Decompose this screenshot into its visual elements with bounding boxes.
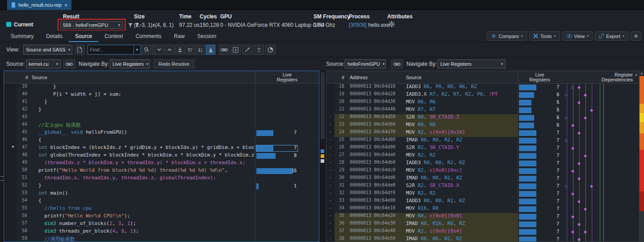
- left-navigate-dropdown[interactable]: Live Registers▾: [110, 59, 150, 68]
- current-checkbox[interactable]: [6, 22, 11, 27]
- collapse-marker-gutter[interactable]: -: [326, 137, 335, 144]
- sort-ascending-button[interactable]: [185, 45, 195, 55]
- collapse-marker-gutter[interactable]: -: [326, 152, 335, 160]
- source-line-47[interactable]: ▶47int blockIndex = (blockIdx.z * gridDi…: [4, 144, 319, 152]
- find-next-button[interactable]: [142, 45, 151, 55]
- tab-raw[interactable]: Raw: [167, 30, 191, 42]
- right-link-button[interactable]: [391, 59, 403, 68]
- line-column-header[interactable]: #: [4, 71, 32, 83]
- source-line-59[interactable]: 59 //调用核函数: [4, 236, 319, 242]
- collapse-marker-gutter[interactable]: -: [326, 129, 335, 137]
- collapse-marker-gutter[interactable]: -: [326, 183, 335, 190]
- source-line-57[interactable]: 57 dim3 number_of_blocks(2, 3, 1);: [4, 221, 319, 228]
- view-button[interactable]: View▾: [562, 31, 593, 41]
- source-line-56[interactable]: 56 printf("Hello World CPU!\n");: [4, 213, 319, 221]
- source-line-45[interactable]: 45__global__ void helloFromGPU()7: [4, 129, 319, 137]
- sort-descending-button[interactable]: [196, 45, 205, 55]
- source-line-41[interactable]: 41 }: [4, 99, 319, 106]
- collapse-marker-gutter[interactable]: [326, 99, 335, 106]
- sass-line-21[interactable]: 2100000013 00c64d40MOV R7, R75: [326, 106, 639, 114]
- source-line-55[interactable]: 55 //hello from cpu: [4, 205, 319, 213]
- report-tab[interactable]: hello_result.ncu-rep ×: [7, 0, 71, 10]
- tools-button[interactable]: Tools▾: [529, 31, 560, 41]
- source-line-49[interactable]: 49 (threadIdx.z * blockDim.y + threadIdx…: [4, 160, 319, 167]
- expand-collapse-toggle[interactable]: [254, 45, 264, 55]
- sass-line-36[interactable]: -3600000013 00c64e30IMAD R0, R16, R0, RZ…: [326, 221, 639, 228]
- tab-context[interactable]: Context: [98, 30, 129, 42]
- close-tab-icon[interactable]: ×: [64, 2, 68, 8]
- collapse-marker-gutter[interactable]: -: [326, 160, 335, 167]
- source-line-48[interactable]: 48int globalThreadIndex = blockIndex * b…: [4, 152, 319, 160]
- compare-button[interactable]: Compare▾: [487, 31, 527, 41]
- sass-line-37[interactable]: -3700000013 00c64e40MOV R2, c[0x0][0x4]7: [326, 228, 639, 236]
- collapse-marker-gutter[interactable]: [326, 91, 335, 99]
- collapse-marker-gutter[interactable]: -: [326, 167, 335, 175]
- splitter-handle-icon[interactable]: [0, 176, 3, 181]
- tab-summary[interactable]: Summary: [4, 30, 40, 42]
- open-source-file-button[interactable]: [75, 45, 84, 55]
- goto-current-instruction-button[interactable]: [206, 45, 215, 55]
- collapse-marker-gutter[interactable]: -: [326, 205, 335, 213]
- resolve-toggle[interactable]: [242, 45, 252, 55]
- sass-line-27[interactable]: -2700000013 00c64da0MOV R2, R27: [326, 152, 639, 160]
- sass-line-35[interactable]: -3500000013 00c64e20MOV R0, c[0x0][0x0]7: [326, 213, 639, 221]
- heatmap-toggle[interactable]: [265, 45, 276, 55]
- tab-source[interactable]: Source: [69, 30, 98, 42]
- sass-line-column-header[interactable]: #: [326, 71, 347, 83]
- link-views-toggle[interactable]: [219, 45, 229, 55]
- source-line-54[interactable]: 54{: [4, 198, 319, 205]
- left-link-button[interactable]: [63, 59, 75, 68]
- collapse-marker-gutter[interactable]: -: [326, 221, 335, 228]
- collapse-marker-gutter[interactable]: -: [326, 122, 335, 129]
- sort-arrow-icon[interactable]: ▲: [635, 72, 638, 77]
- sync-selection-toggle[interactable]: [230, 45, 241, 55]
- right-source-dropdown[interactable]: helloFromGPU▾: [345, 59, 386, 68]
- sass-line-38[interactable]: -3800000013 00c64e50IMAD R0, R0, R2, RZ7: [326, 236, 639, 242]
- tab-comments[interactable]: Comments: [129, 30, 167, 42]
- left-scroll-strip[interactable]: [0, 71, 4, 242]
- sass-line-26[interactable]: -2600000013 00c64d90S2R R2, SR_CTAID.Y7: [326, 144, 639, 152]
- sass-line-18[interactable]: 1800000013 00c64d10IADD3 R6, P0, R0, R6,…: [326, 84, 639, 91]
- sass-source-column-header[interactable]: Source: [404, 71, 518, 83]
- source-line-52[interactable]: 52}1: [4, 183, 319, 190]
- sass-line-34[interactable]: -3400000013 00c64e10MOV R16, R07: [326, 205, 639, 213]
- sass-line-33[interactable]: -3300000013 00c64e00IADD3 R0, R0, R2, RZ…: [326, 198, 639, 205]
- source-line-46[interactable]: 46{: [4, 137, 319, 144]
- sass-line-28[interactable]: -2800000013 00c64db0IADD3 R0, R0, R2, RZ…: [326, 160, 639, 167]
- previous-region-button[interactable]: [165, 45, 174, 55]
- collapse-marker-gutter[interactable]: -: [326, 114, 335, 122]
- collapse-marker-gutter[interactable]: -: [326, 236, 335, 242]
- left-source-dropdown[interactable]: kernel.cu▾: [26, 59, 61, 68]
- sass-line-31[interactable]: -3100000013 00c64de0S2R R2, SR_CTAID.X7: [326, 183, 639, 190]
- collapse-marker-gutter[interactable]: -: [326, 198, 335, 205]
- next-region-button[interactable]: [155, 45, 164, 55]
- collapse-marker-gutter[interactable]: [326, 106, 335, 114]
- register-dependencies-column-header[interactable]: Register Dependencies ▲: [561, 71, 639, 83]
- sass-line-19[interactable]: 1900000013 00c64d20IADD3.X R7, R2, R7, R…: [326, 91, 639, 99]
- find-history-chevron-icon[interactable]: ▾: [134, 45, 141, 55]
- scrollbar-thumb[interactable]: [321, 72, 325, 139]
- source-line-42[interactable]: 42}: [4, 106, 319, 114]
- scroll-up-arrow-icon[interactable]: ▲: [640, 71, 644, 76]
- right-navigate-dropdown[interactable]: Live Registers▾: [438, 59, 506, 68]
- redo-resolve-button[interactable]: Redo Resolve: [154, 59, 194, 68]
- sass-line-20[interactable]: 2000000013 00c64d30MOV R6, R65: [326, 99, 639, 106]
- source-line-50[interactable]: 50printf("Hello World from block(%d %d %…: [4, 167, 319, 175]
- collapse-marker-gutter[interactable]: -: [326, 144, 335, 152]
- collapse-marker-gutter[interactable]: -: [326, 228, 335, 236]
- source-column-header[interactable]: Source: [32, 71, 255, 83]
- sass-line-22[interactable]: -2200000013 00c64d50S2R R0, SR_CTAID.Z6: [326, 114, 639, 122]
- address-column-header[interactable]: Address: [347, 71, 404, 83]
- result-dropdown[interactable]: 568 - helloFromGPU ▾: [60, 21, 123, 29]
- tab-session[interactable]: Session: [191, 30, 222, 42]
- heatmap-scrollbar[interactable]: ▲: [640, 71, 644, 242]
- sass-line-23[interactable]: -2300000013 00c64d60MOV R0, R06: [326, 122, 639, 129]
- source-line-40[interactable]: 40 P[i * width + j] = sum;: [4, 91, 319, 99]
- collapse-marker-gutter[interactable]: [326, 84, 335, 91]
- collapse-marker-gutter[interactable]: -: [326, 190, 335, 198]
- tab-details[interactable]: Details: [40, 30, 69, 42]
- find-input[interactable]: [88, 45, 134, 55]
- sass-live-registers-column-header[interactable]: Live Registers: [518, 71, 561, 83]
- source-line-39[interactable]: 39 }: [4, 84, 319, 91]
- gear-icon[interactable]: [389, 21, 396, 28]
